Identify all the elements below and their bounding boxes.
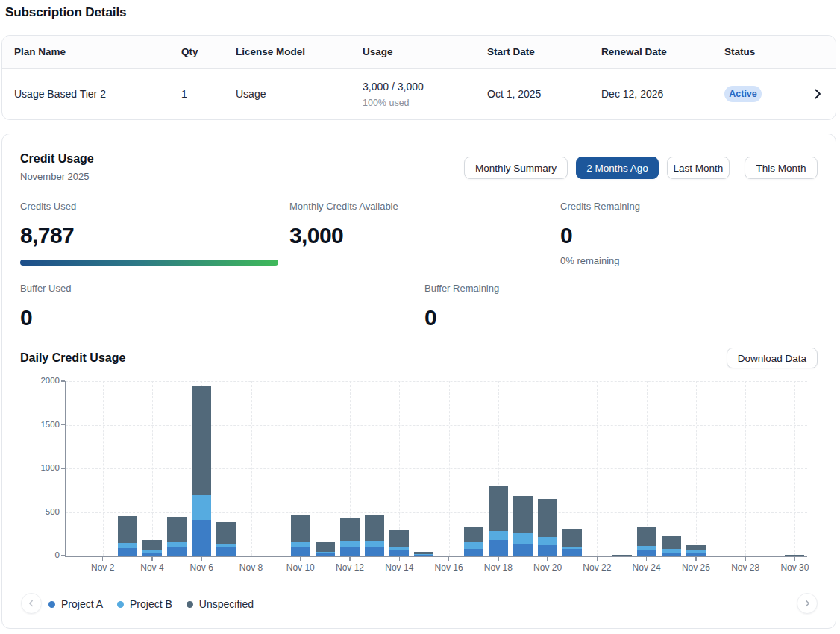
buffer-used-label: Buffer Used bbox=[20, 283, 424, 294]
download-data-button[interactable]: Download Data bbox=[727, 348, 818, 368]
credits-used-value: 8,787 bbox=[20, 223, 289, 248]
x-axis-tick bbox=[695, 557, 696, 561]
x-axis-label: Nov 28 bbox=[723, 562, 768, 573]
bar-nov-26[interactable] bbox=[686, 545, 706, 556]
v-gridline bbox=[794, 381, 795, 556]
x-axis-tick bbox=[448, 557, 449, 561]
monthly-credits-available-value: 3,000 bbox=[289, 223, 560, 248]
stat-monthly-credits-available: Monthly Credits Available 3,000 bbox=[289, 201, 560, 266]
bar-segment-project-a bbox=[686, 553, 706, 556]
bar-segment-unspecified bbox=[291, 515, 310, 542]
bar-nov-17[interactable] bbox=[464, 527, 483, 556]
usage-amount: 3,000 / 3,000 bbox=[363, 81, 487, 92]
bar-segment-unspecified bbox=[785, 555, 804, 556]
chart-plot-area: 0500100015002000Nov 2Nov 4Nov 6Nov 8Nov … bbox=[66, 381, 807, 556]
chart-next-button[interactable] bbox=[797, 593, 818, 614]
x-axis-label: Nov 8 bbox=[229, 562, 274, 573]
bar-segment-project-a bbox=[414, 555, 433, 556]
bar-segment-project-a bbox=[291, 547, 310, 556]
bar-nov-13[interactable] bbox=[365, 515, 384, 556]
bar-nov-19[interactable] bbox=[513, 496, 533, 556]
filter-button-monthly-summary[interactable]: Monthly Summary bbox=[464, 157, 568, 179]
bar-nov-23[interactable] bbox=[612, 555, 632, 556]
bar-nov-21[interactable] bbox=[562, 529, 582, 556]
bar-nov-10[interactable] bbox=[291, 515, 310, 556]
filter-button-this-month[interactable]: This Month bbox=[745, 157, 818, 179]
period-filter-group: Monthly Summary2 Months AgoLast MonthThi… bbox=[464, 157, 818, 179]
bar-nov-14[interactable] bbox=[389, 530, 409, 556]
row-expand-button[interactable] bbox=[810, 87, 825, 101]
buffer-remaining-label: Buffer Remaining bbox=[424, 283, 818, 294]
buffer-remaining-value: 0 bbox=[424, 305, 818, 330]
bar-segment-project-a bbox=[192, 520, 211, 556]
cell-plan-name: Usage Based Tier 2 bbox=[14, 88, 181, 100]
bar-nov-4[interactable] bbox=[142, 540, 162, 556]
col-renewal-date: Renewal Date bbox=[601, 46, 724, 57]
credits-remaining-note: 0% remaining bbox=[560, 255, 818, 266]
legend-item-project-a[interactable]: Project A bbox=[48, 598, 103, 610]
x-axis-label: Nov 6 bbox=[179, 562, 224, 573]
x-axis-label: Nov 24 bbox=[624, 562, 669, 573]
credit-usage-title: Credit Usage bbox=[20, 152, 94, 166]
bar-segment-project-b bbox=[192, 495, 211, 520]
bar-nov-18[interactable] bbox=[489, 486, 508, 556]
bar-segment-unspecified bbox=[489, 486, 508, 531]
filter-button-2-months-ago[interactable]: 2 Months Ago bbox=[576, 157, 659, 179]
bar-nov-7[interactable] bbox=[216, 522, 236, 556]
bar-nov-3[interactable] bbox=[118, 516, 137, 556]
x-axis-tick bbox=[201, 557, 202, 561]
v-gridline bbox=[449, 381, 450, 556]
filter-button-last-month[interactable]: Last Month bbox=[667, 157, 730, 179]
bar-nov-5[interactable] bbox=[167, 517, 187, 556]
bar-segment-project-a bbox=[365, 547, 384, 556]
legend-item-unspecified[interactable]: Unspecified bbox=[187, 598, 254, 610]
bar-segment-unspecified bbox=[340, 518, 360, 541]
x-axis-tick bbox=[597, 557, 598, 561]
col-plan-name: Plan Name bbox=[14, 46, 181, 57]
bar-segment-project-b bbox=[167, 542, 187, 547]
x-axis-tick bbox=[547, 557, 548, 561]
x-axis-tick bbox=[745, 557, 745, 561]
x-axis-tick bbox=[151, 557, 152, 561]
stat-buffer-remaining: Buffer Remaining 0 bbox=[424, 283, 818, 330]
stats-row-1: Credits Used 8,787 Monthly Credits Avail… bbox=[20, 201, 818, 266]
legend-label: Project B bbox=[130, 598, 172, 610]
bar-segment-unspecified bbox=[513, 496, 533, 533]
bar-segment-unspecified bbox=[142, 540, 162, 550]
bar-nov-15[interactable] bbox=[414, 552, 433, 556]
bar-nov-20[interactable] bbox=[538, 499, 557, 556]
cell-start-date: Oct 1, 2025 bbox=[487, 88, 601, 100]
chart-legend-row: Project AProject BUnspecified bbox=[20, 594, 818, 615]
x-axis-label: Nov 10 bbox=[278, 562, 323, 573]
bar-nov-25[interactable] bbox=[662, 536, 681, 556]
bar-segment-unspecified bbox=[167, 517, 187, 542]
bar-segment-unspecified bbox=[662, 536, 681, 549]
col-license-model: License Model bbox=[236, 46, 363, 57]
bar-segment-project-a bbox=[538, 545, 557, 556]
bar-segment-unspecified bbox=[389, 530, 409, 547]
bar-segment-project-b bbox=[538, 537, 557, 544]
x-axis-tick bbox=[349, 557, 350, 561]
x-axis-label: Nov 14 bbox=[377, 562, 421, 573]
bar-segment-project-a bbox=[389, 550, 409, 556]
chevron-right-icon bbox=[803, 600, 811, 607]
bar-segment-project-a bbox=[513, 544, 533, 556]
bar-segment-project-b bbox=[365, 541, 384, 547]
bar-nov-24[interactable] bbox=[637, 527, 656, 556]
bar-nov-12[interactable] bbox=[340, 518, 360, 556]
legend-item-project-b[interactable]: Project B bbox=[117, 598, 172, 610]
usage-percent: 100% used bbox=[363, 98, 487, 108]
x-axis-tick bbox=[251, 557, 251, 561]
bar-segment-unspecified bbox=[118, 516, 137, 543]
bar-nov-30[interactable] bbox=[785, 555, 804, 556]
cell-usage: 3,000 / 3,000 100% used bbox=[363, 81, 487, 108]
cell-qty: 1 bbox=[181, 88, 236, 100]
chart-prev-button[interactable] bbox=[21, 593, 42, 614]
credits-remaining-value: 0 bbox=[560, 223, 818, 248]
bar-nov-6[interactable] bbox=[192, 386, 211, 556]
chart-legend: Project AProject BUnspecified bbox=[48, 594, 268, 615]
stats-row-2: Buffer Used 0 Buffer Remaining 0 bbox=[20, 283, 818, 330]
chevron-right-icon bbox=[812, 89, 823, 99]
table-row[interactable]: Usage Based Tier 2 1 Usage 3,000 / 3,000… bbox=[2, 69, 836, 119]
bar-nov-11[interactable] bbox=[316, 542, 335, 556]
